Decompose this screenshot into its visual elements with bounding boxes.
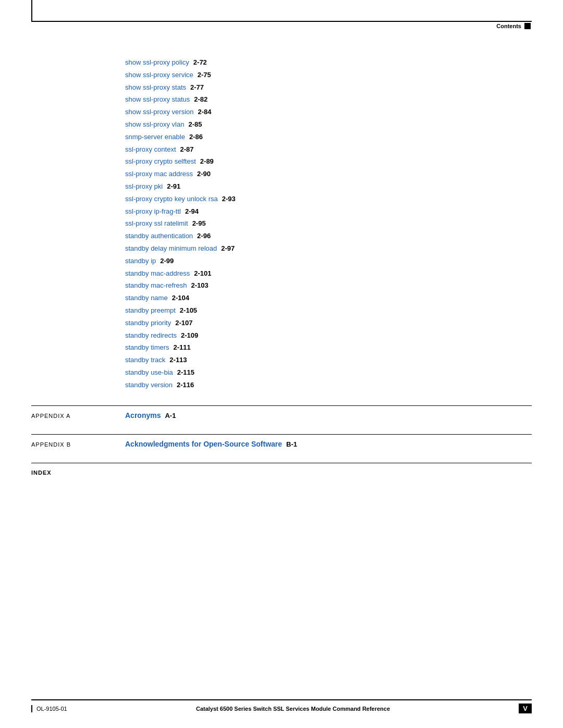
contents-square — [524, 23, 531, 29]
toc-item: ssl-proxy crypto selftest 2-89 — [125, 156, 532, 167]
footer-page: V — [519, 704, 532, 713]
toc-page: 2-77 — [190, 82, 204, 93]
toc-item: standby mac-refresh 2-103 — [125, 280, 532, 291]
toc-link[interactable]: standby mac-refresh — [125, 280, 187, 291]
footer: OL-9105-01 Catalyst 6500 Series Switch S… — [31, 699, 532, 713]
toc-container: show ssl-proxy policy 2-72 show ssl-prox… — [125, 57, 532, 391]
appendix-link[interactable]: Acronyms — [125, 411, 161, 419]
toc-page: 2-103 — [191, 280, 209, 291]
toc-link[interactable]: standby ip — [125, 256, 156, 267]
toc-item: ssl-proxy ip-frag-ttl 2-94 — [125, 206, 532, 217]
toc-item: standby authentication 2-96 — [125, 231, 532, 242]
toc-page: 2-93 — [222, 194, 236, 205]
toc-page: 2-75 — [198, 70, 211, 81]
footer-right: V — [519, 704, 532, 713]
toc-link[interactable]: ssl-proxy pki — [125, 181, 163, 192]
toc-link[interactable]: standby use-bia — [125, 367, 173, 378]
appendix-label: APPENDIX B — [31, 441, 125, 448]
toc-page: 2-113 — [169, 355, 187, 366]
toc-item: standby priority 2-107 — [125, 318, 532, 329]
top-left-bar — [31, 0, 32, 22]
toc-page: 2-84 — [198, 107, 212, 118]
toc-item: show ssl-proxy status 2-82 — [125, 94, 532, 105]
toc-link[interactable]: ssl-proxy mac address — [125, 169, 193, 180]
toc-item: show ssl-proxy version 2-84 — [125, 107, 532, 118]
toc-page: 2-116 — [177, 380, 194, 391]
toc-item: standby name 2-104 — [125, 293, 532, 304]
appendix-label: APPENDIX A — [31, 413, 125, 419]
header-contents-label: Contents — [496, 23, 531, 29]
toc-item: show ssl-proxy service 2-75 — [125, 70, 532, 81]
toc-link[interactable]: ssl-proxy crypto selftest — [125, 156, 196, 167]
toc-link[interactable]: standby mac-address — [125, 268, 190, 279]
toc-link[interactable]: show ssl-proxy vlan — [125, 119, 184, 130]
toc-link[interactable]: standby delay minimum reload — [125, 243, 217, 254]
toc-item: standby redirects 2-109 — [125, 330, 532, 341]
toc-item: show ssl-proxy policy 2-72 — [125, 57, 532, 68]
toc-item: ssl-proxy pki 2-91 — [125, 181, 532, 192]
toc-link[interactable]: snmp-server enable — [125, 132, 185, 143]
toc-link[interactable]: standby priority — [125, 318, 171, 329]
toc-link[interactable]: ssl-proxy crypto key unlock rsa — [125, 194, 218, 205]
toc-link[interactable]: standby redirects — [125, 330, 177, 341]
toc-link[interactable]: standby track — [125, 355, 165, 366]
toc-page: 2-91 — [167, 181, 180, 192]
footer-bar-icon — [31, 705, 32, 712]
contents-text: Contents — [496, 23, 521, 29]
toc-item: show ssl-proxy stats 2-77 — [125, 82, 532, 93]
toc-link[interactable]: ssl-proxy ip-frag-ttl — [125, 206, 181, 217]
toc-page: 2-97 — [221, 243, 235, 254]
toc-page: 2-104 — [172, 293, 189, 304]
toc-item: ssl-proxy ssl ratelimit 2-95 — [125, 218, 532, 229]
toc-item: ssl-proxy crypto key unlock rsa 2-93 — [125, 194, 532, 205]
toc-item: standby ip 2-99 — [125, 256, 532, 267]
footer-doc-number: OL-9105-01 — [36, 706, 67, 712]
toc-link[interactable]: show ssl-proxy status — [125, 94, 190, 105]
toc-link[interactable]: show ssl-proxy service — [125, 70, 193, 81]
toc-page: 2-94 — [185, 206, 199, 217]
toc-link[interactable]: show ssl-proxy policy — [125, 57, 189, 68]
toc-page: 2-82 — [194, 94, 207, 105]
toc-page: 2-95 — [192, 218, 206, 229]
toc-link[interactable]: ssl-proxy ssl ratelimit — [125, 218, 188, 229]
appendix-section: APPENDIX B Acknowledgments for Open-Sour… — [31, 434, 532, 448]
toc-item: ssl-proxy context 2-87 — [125, 144, 532, 155]
toc-page: 2-105 — [180, 305, 197, 316]
toc-link[interactable]: standby preempt — [125, 305, 176, 316]
toc-page: 2-72 — [193, 57, 207, 68]
appendix-page: A-1 — [165, 412, 176, 419]
toc-page: 2-101 — [194, 268, 211, 279]
appendix-section: APPENDIX A Acronyms A-1 — [31, 405, 532, 419]
index-section: INDEX — [31, 463, 532, 476]
toc-link[interactable]: standby version — [125, 380, 173, 391]
toc-page: 2-90 — [197, 169, 211, 180]
footer-left: OL-9105-01 — [31, 705, 67, 712]
toc-link[interactable]: show ssl-proxy version — [125, 107, 194, 118]
toc-item: snmp-server enable 2-86 — [125, 132, 532, 143]
toc-page: 2-109 — [181, 330, 198, 341]
toc-page: 2-115 — [177, 367, 194, 378]
toc-link[interactable]: standby name — [125, 293, 168, 304]
toc-page: 2-99 — [160, 256, 174, 267]
top-border — [31, 21, 532, 22]
toc-link[interactable]: ssl-proxy context — [125, 144, 176, 155]
toc-page: 2-107 — [175, 318, 192, 329]
toc-page: 2-87 — [180, 144, 194, 155]
toc-page: 2-111 — [174, 342, 191, 353]
toc-item: standby delay minimum reload 2-97 — [125, 243, 532, 254]
toc-page: 2-89 — [200, 156, 214, 167]
main-content: show ssl-proxy policy 2-72 show ssl-prox… — [31, 42, 532, 676]
toc-item: ssl-proxy mac address 2-90 — [125, 169, 532, 180]
toc-page: 2-86 — [189, 132, 203, 143]
toc-link[interactable]: standby authentication — [125, 231, 193, 242]
toc-link[interactable]: show ssl-proxy stats — [125, 82, 186, 93]
toc-page: 2-96 — [197, 231, 211, 242]
index-label: INDEX — [31, 470, 52, 476]
toc-item: standby preempt 2-105 — [125, 305, 532, 316]
appendix-link[interactable]: Acknowledgments for Open-Source Software — [125, 440, 282, 448]
toc-item: show ssl-proxy vlan 2-85 — [125, 119, 532, 130]
toc-item: standby track 2-113 — [125, 355, 532, 366]
toc-item: standby version 2-116 — [125, 380, 532, 391]
toc-link[interactable]: standby timers — [125, 342, 169, 353]
toc-item: standby mac-address 2-101 — [125, 268, 532, 279]
